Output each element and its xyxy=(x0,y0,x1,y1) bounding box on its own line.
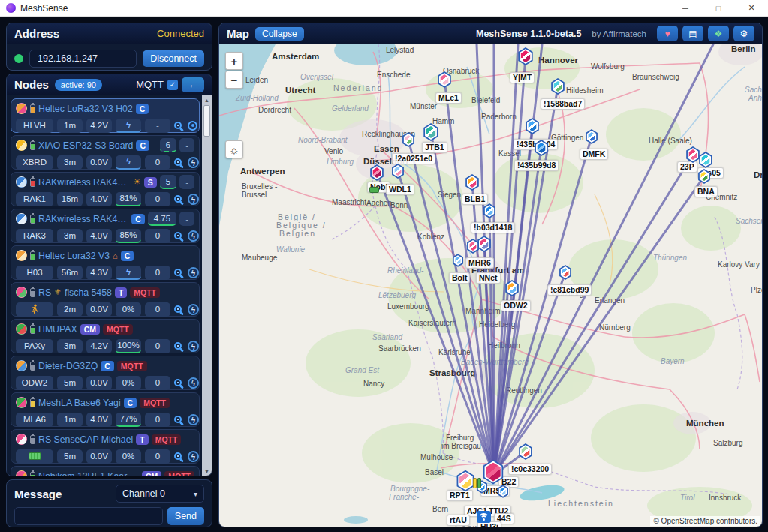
minimize-button[interactable]: ─ xyxy=(669,0,702,16)
node-count-chip: 0 xyxy=(145,229,170,243)
traceroute-icon[interactable]: ϟ xyxy=(188,414,199,425)
message-input[interactable] xyxy=(14,507,163,525)
node-battery-chip: 81% xyxy=(116,192,141,206)
node-age-chip: 5m xyxy=(57,449,83,464)
map-button[interactable]: ❖ xyxy=(708,26,729,41)
map-node-label: !c0c33200 xyxy=(508,464,552,475)
node-age-chip: 56m xyxy=(57,266,83,280)
node-dash-chip: - xyxy=(179,138,194,152)
target-icon[interactable] xyxy=(188,121,197,131)
node-battery-chip: ϟ xyxy=(116,119,141,133)
node-age-chip: 1m xyxy=(57,119,83,133)
node-shortname-chip: RAK3 xyxy=(16,229,53,243)
ip-address-input[interactable]: 192.168.1.247 xyxy=(29,50,137,68)
send-button[interactable]: Send xyxy=(167,507,204,525)
node-battery-chip: 85% xyxy=(116,229,141,243)
map-node-label: rtAU xyxy=(447,515,470,526)
mesh-link-line xyxy=(494,56,526,475)
search-icon[interactable] xyxy=(174,452,182,460)
nodes-title: Nodes xyxy=(14,78,49,91)
channel-selected-value: Channel 0 xyxy=(122,488,165,499)
traceroute-icon[interactable]: ϟ xyxy=(188,230,199,242)
traceroute-icon[interactable]: ϟ xyxy=(188,267,199,278)
node-card[interactable]: HMUPAXCMMQTTPAXy3m4.2V100%0ϟ xyxy=(11,319,200,353)
traceroute-icon[interactable]: ϟ xyxy=(188,304,199,315)
search-icon[interactable] xyxy=(174,195,182,203)
node-badge-cm: CM xyxy=(80,324,100,335)
node-voltage-chip: 4.2V xyxy=(86,119,112,133)
traceroute-icon[interactable]: ϟ xyxy=(188,157,199,168)
node-age-chip: 1m xyxy=(57,413,83,427)
app-logo-icon xyxy=(6,3,16,13)
node-name: RS xyxy=(38,287,51,298)
node-battery-chip: ϟ xyxy=(116,155,141,170)
node-badge-mqtt: MQTT xyxy=(140,398,170,408)
news-button[interactable]: ▤ xyxy=(682,26,703,41)
node-card[interactable]: RS⚜fischa 5458TMQTT2m0.0V0%0ϟ xyxy=(11,282,200,317)
zoom-in-button[interactable]: + xyxy=(225,52,243,70)
node-shortname-chip: MLA6 xyxy=(16,413,53,427)
node-age-chip: 5m xyxy=(57,376,83,390)
battery-icon xyxy=(30,215,35,224)
gear-button[interactable]: ⚙ xyxy=(733,26,754,41)
node-shortname-chip: ODW2 xyxy=(16,376,53,390)
node-battery-chip: 100% xyxy=(116,339,141,353)
close-button[interactable]: ✕ xyxy=(735,0,768,16)
search-icon[interactable] xyxy=(174,122,182,129)
node-dash-chip: - xyxy=(179,212,194,226)
back-arrow-button[interactable]: ← xyxy=(182,77,204,92)
search-icon[interactable] xyxy=(174,416,182,423)
heart-button[interactable]: ♥ xyxy=(657,26,678,41)
search-icon[interactable] xyxy=(174,232,182,239)
node-card[interactable]: XIAO ESP32-S3 BoardC6-XBRD3m0.0Vϟ0ϟ xyxy=(11,135,200,170)
disconnect-button[interactable]: Disconnect xyxy=(143,50,204,67)
wifi-icon xyxy=(477,511,491,523)
scroll-up-icon[interactable]: ▲ xyxy=(202,95,212,105)
map-node-label: BNA xyxy=(694,186,718,197)
scrollbar-thumb[interactable] xyxy=(203,105,210,137)
node-badge-t: T xyxy=(136,434,148,445)
node-battery-chip: ϟ xyxy=(116,266,141,280)
gear-icon: ⚙ xyxy=(740,29,748,39)
node-avatar-icon xyxy=(16,323,27,335)
zoom-out-button[interactable]: − xyxy=(225,71,243,89)
node-shortname-chip: RAK1 xyxy=(16,192,53,206)
node-age-chip: 2m xyxy=(57,302,83,317)
node-card[interactable]: Heltec LoRa32 V3 H02CHLVH1m4.2Vϟ- xyxy=(11,98,200,133)
search-icon[interactable] xyxy=(174,158,182,166)
mesh-links-layer xyxy=(219,44,762,527)
map-canvas[interactable]: AmsterdamLelystadLeidenUtrechtDordrechtZ… xyxy=(219,44,762,527)
node-badge-c: C xyxy=(136,140,149,151)
map-theme-button[interactable]: ☼ xyxy=(225,140,243,158)
traceroute-icon[interactable]: ϟ xyxy=(188,341,199,352)
node-avatar-icon xyxy=(16,250,27,261)
maximize-button[interactable]: □ xyxy=(702,0,735,16)
node-badge-c: C xyxy=(136,104,149,114)
node-card[interactable]: MeshLA Base6 YagiCMQTTMLA61m4.0V77%0ϟ xyxy=(11,392,200,427)
node-card[interactable]: Dieter-DG3ZQCMQTTODW25m0.0V0%0ϟ xyxy=(11,356,200,390)
traceroute-icon[interactable]: ϟ xyxy=(188,194,199,205)
channel-select[interactable]: Channel 0 ▾ xyxy=(116,485,204,503)
search-icon[interactable] xyxy=(174,342,182,350)
nodes-scrollbar[interactable]: ▲ ▼ xyxy=(202,95,212,476)
node-card[interactable]: Nobikom 13RF1 Kaarst / rfCMMQTT xyxy=(11,466,200,476)
node-voltage-chip: 4.0V xyxy=(86,229,112,243)
collapse-button[interactable]: Collapse xyxy=(255,27,304,41)
node-card[interactable]: Heltec Lora32 V3⌂CH0356m4.3Vϟ0ϟ xyxy=(11,245,200,280)
search-icon[interactable] xyxy=(174,269,182,276)
node-card[interactable]: RS SenseCAP MichaelTMQTT5m0.0V0%0ϟ xyxy=(11,429,200,464)
search-icon[interactable] xyxy=(174,305,182,313)
node-card[interactable]: RAKwireless RAK4631 Sola…C4.75-RAK33m4.0… xyxy=(11,209,200,243)
node-voltage-chip: 4.0V xyxy=(86,413,112,427)
mqtt-checkbox[interactable]: ✓ xyxy=(167,80,178,90)
node-dash-chip: - xyxy=(179,175,194,189)
traceroute-icon[interactable]: ϟ xyxy=(188,451,199,462)
search-icon[interactable] xyxy=(174,379,182,386)
scroll-down-icon[interactable]: ▼ xyxy=(202,467,212,476)
node-avatar-icon xyxy=(16,103,27,114)
node-battery-chip: 0% xyxy=(116,449,141,464)
map-node-label: RPT1 xyxy=(447,490,473,501)
traceroute-icon[interactable]: ϟ xyxy=(188,377,199,389)
node-count-chip: 0 xyxy=(145,302,170,317)
node-card[interactable]: RAKwireless RAK4631☀S5-RAK115m4.0V81%0ϟ xyxy=(11,172,200,206)
